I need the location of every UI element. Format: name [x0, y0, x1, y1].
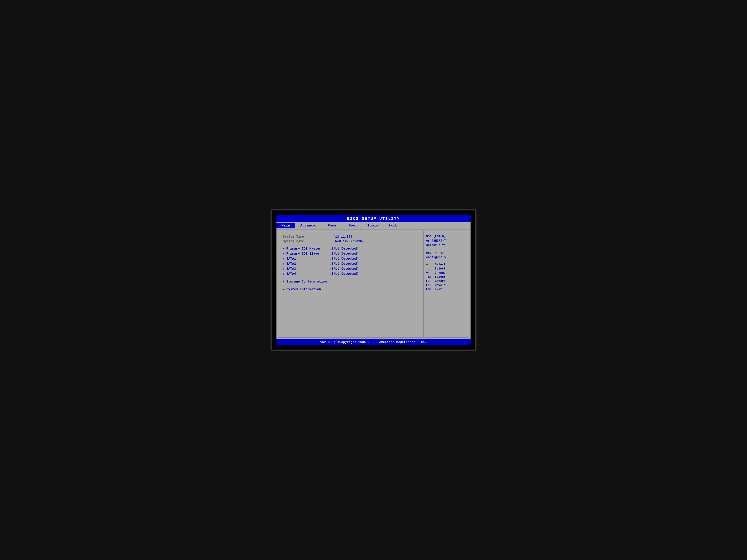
key-row-5: F10 Save a — [426, 284, 466, 287]
menu-item-power[interactable]: Power — [323, 223, 344, 228]
key-6: ESC — [426, 288, 435, 291]
key-row-3: Tab Select — [426, 275, 466, 278]
submenu-arrow-0: ▶ — [283, 280, 284, 284]
device-value-0: [Not Detected] — [332, 247, 359, 250]
submenu-label-0: Storage Configuration — [286, 280, 330, 284]
colon-0: : — [330, 247, 332, 250]
device-label-3: SATA2 — [286, 262, 330, 266]
help-line-2: or [SHIFT-T — [426, 239, 466, 243]
key-desc-6: Exit — [435, 288, 442, 291]
arrow-icon-5: ▶ — [283, 272, 284, 276]
help-section-1: Use [ENTER] or [SHIFT-T select a fi — [426, 234, 466, 247]
gap2 — [283, 277, 418, 280]
bios-screen: BIOS SETUP UTILITY Main Advanced Power B… — [277, 215, 470, 345]
colon-3: : — [330, 262, 332, 266]
key-row-2: +- Change — [426, 271, 466, 274]
key-desc-2: Change — [435, 271, 445, 274]
system-date-row: System Date [Wed 12/07/2016] — [283, 240, 418, 243]
key-0: ↔ — [426, 263, 435, 266]
arrow-icon-1: ▶ — [283, 252, 284, 256]
arrow-icon-0: ▶ — [283, 247, 284, 250]
key-row-6: ESC Exit — [426, 288, 466, 291]
monitor: BIOS SETUP UTILITY Main Advanced Power B… — [271, 209, 476, 351]
colon-4: : — [330, 267, 332, 271]
menu-item-advanced[interactable]: Advanced — [295, 223, 323, 228]
title-bar: BIOS SETUP UTILITY — [277, 215, 470, 222]
key-desc-3: Select — [435, 275, 445, 278]
key-desc-1: Select — [435, 267, 445, 270]
arrow-icon-2: ▶ — [283, 257, 284, 261]
system-time-label: System Time — [283, 235, 333, 239]
arrow-icon-4: ▶ — [283, 267, 284, 271]
menu-item-main[interactable]: Main — [277, 223, 295, 228]
device-value-3: [Not Detected] — [332, 262, 359, 266]
key-desc-0: Select — [435, 263, 445, 266]
system-time-value[interactable]: [13:11:37] — [333, 235, 353, 239]
help-line-1: Use [ENTER] — [426, 234, 466, 239]
submenu-sysinfo[interactable]: ▶ System Information — [283, 288, 418, 291]
title-text: BIOS SETUP UTILITY — [347, 216, 400, 221]
key-desc-5: Save a — [435, 284, 445, 287]
menu-item-tools[interactable]: Tools — [362, 223, 384, 228]
system-date-value[interactable]: [Wed 12/07/2016] — [333, 240, 364, 243]
key-rows: ↔ Select ↑↓ Select +- Change Tab Select — [426, 263, 466, 291]
gap3 — [283, 285, 418, 288]
help-line-5: configure s — [426, 255, 466, 260]
device-label-0: Primary IDE Master — [286, 247, 330, 250]
device-row-3[interactable]: ▶ SATA2 : [Not Detected] — [283, 262, 418, 266]
key-4: F1 — [426, 279, 435, 283]
key-1: ↑↓ — [426, 267, 435, 270]
device-row-4[interactable]: ▶ SATA3 : [Not Detected] — [283, 267, 418, 271]
key-row-1: ↑↓ Select — [426, 267, 466, 270]
device-value-2: [Not Detected] — [332, 257, 359, 261]
gap1 — [283, 244, 418, 247]
key-2: +- — [426, 271, 435, 274]
device-label-4: SATA3 — [286, 267, 330, 271]
system-date-label: System Date — [283, 240, 333, 243]
device-row-2[interactable]: ▶ SATA1 : [Not Detected] — [283, 257, 418, 261]
footer-text: v02.58 (C)Copyright 1985-2009, American … — [320, 340, 427, 344]
content-area: System Time [13:11:37] System Date [Wed … — [277, 230, 470, 339]
key-5: F10 — [426, 284, 435, 287]
menu-item-exit[interactable]: Exit — [383, 223, 402, 228]
device-row-5[interactable]: ▶ SATA4 : [Not Detected] — [283, 272, 418, 276]
device-value-1: [Not Detected] — [332, 252, 359, 256]
device-value-4: [Not Detected] — [332, 267, 359, 271]
colon-5: : — [330, 272, 332, 276]
help-section-2: Use [+] or configure s — [426, 251, 466, 260]
colon-2: : — [330, 257, 332, 261]
menu-item-boot[interactable]: Boot — [344, 223, 362, 228]
key-row-4: F1 Genera — [426, 279, 466, 283]
main-panel: System Time [13:11:37] System Date [Wed … — [278, 231, 423, 338]
key-3: Tab — [426, 275, 435, 278]
device-row-1[interactable]: ▶ Primary IDE Slave : [Not Detected] — [283, 252, 418, 256]
device-label-1: Primary IDE Slave — [286, 252, 330, 256]
colon-1: : — [330, 252, 332, 256]
device-value-5: [Not Detected] — [332, 272, 359, 276]
device-label-2: SATA1 — [286, 257, 330, 261]
footer-bar: v02.58 (C)Copyright 1985-2009, American … — [277, 339, 470, 345]
menu-bar: Main Advanced Power Boot Tools Exit — [277, 222, 470, 230]
key-desc-4: Genera — [435, 279, 445, 283]
device-row-0[interactable]: ▶ Primary IDE Master : [Not Detected] — [283, 247, 418, 250]
help-line-4: Use [+] or — [426, 251, 466, 255]
key-row-0: ↔ Select — [426, 263, 466, 266]
system-time-row: System Time [13:11:37] — [283, 235, 418, 239]
submenu-storage[interactable]: ▶ Storage Configuration — [283, 280, 418, 284]
submenu-label-1: System Information — [286, 288, 330, 291]
submenu-arrow-1: ▶ — [283, 288, 284, 291]
help-panel: Use [ENTER] or [SHIFT-T select a fi Use … — [423, 231, 469, 338]
device-label-5: SATA4 — [286, 272, 330, 276]
help-line-3: select a fi — [426, 243, 466, 247]
arrow-icon-3: ▶ — [283, 262, 284, 266]
